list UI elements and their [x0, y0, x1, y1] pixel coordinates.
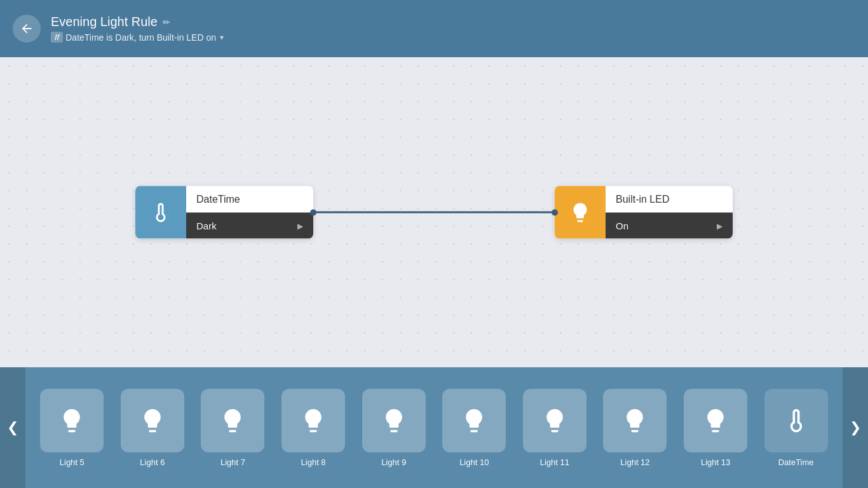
rule-title-row: Evening Light Rule ✏	[51, 15, 224, 29]
list-item[interactable]: Light 12	[603, 389, 667, 467]
list-item[interactable]: Light 11	[523, 389, 587, 467]
tray-item-icon	[201, 389, 264, 452]
bulb-icon	[569, 201, 592, 224]
action-node[interactable]: Built-in LED On ▶	[555, 186, 733, 239]
light-bulb-icon	[621, 407, 649, 435]
tray-item-icon	[684, 389, 747, 452]
tray-item-label: Light 8	[301, 458, 326, 467]
condition-node-icon	[135, 186, 186, 239]
tray-item-icon-datetime	[764, 389, 828, 452]
condition-node-content: DateTime Dark ▶	[186, 186, 313, 239]
tray-item-label: Light 6	[140, 458, 165, 467]
tray-item-icon	[40, 389, 104, 452]
list-item[interactable]: Light 7	[201, 389, 264, 467]
chevron-down-icon[interactable]: ▾	[220, 33, 224, 42]
light-bulb-icon	[58, 407, 86, 435]
datetime-icon	[149, 201, 172, 224]
light-bulb-icon	[541, 407, 569, 435]
tray-item-icon	[603, 389, 667, 452]
connector-dot-right	[552, 209, 558, 215]
action-node-icon	[555, 186, 606, 239]
light-bulb-icon	[702, 407, 729, 435]
rule-canvas: DateTime Dark ▶ Built-in	[0, 57, 868, 367]
if-badge: If	[51, 32, 63, 43]
condition-node-value[interactable]: Dark ▶	[186, 213, 313, 239]
tray-item-label: Light 9	[381, 458, 406, 467]
list-item[interactable]: DateTime	[764, 389, 828, 467]
action-node-title: Built-in LED	[606, 186, 733, 213]
tray-item-label: Light 5	[60, 458, 85, 467]
tray-item-label: Light 13	[701, 458, 730, 467]
back-button[interactable]	[13, 15, 41, 43]
light-bulb-icon	[219, 407, 247, 435]
list-item[interactable]: Light 10	[442, 389, 506, 467]
condition-node-title: DateTime	[186, 186, 313, 213]
action-node-content: Built-in LED On ▶	[606, 186, 733, 239]
nodes-container: DateTime Dark ▶ Built-in	[135, 186, 733, 239]
tray-items: Light 5 Light 6 Light 7 Light 8 Light 9	[25, 389, 843, 467]
connector	[313, 212, 555, 214]
tray-item-icon	[523, 389, 587, 452]
datetime-tray-icon	[782, 407, 810, 435]
rule-title: Evening Light Rule	[51, 15, 158, 29]
list-item[interactable]: Light 13	[684, 389, 747, 467]
tray-item-label: Light 7	[220, 458, 245, 467]
list-item[interactable]: Light 9	[362, 389, 426, 467]
connector-line	[313, 212, 555, 214]
device-tray: ❮ Light 5 Light 6 Light 7 Light 8	[0, 367, 868, 488]
action-value-arrow: ▶	[717, 221, 722, 230]
tray-item-label: Light 11	[540, 458, 569, 467]
list-item[interactable]: Light 5	[40, 389, 104, 467]
action-node-value[interactable]: On ▶	[606, 213, 733, 239]
list-item[interactable]: Light 8	[281, 389, 345, 467]
light-bulb-icon	[380, 407, 408, 435]
list-item[interactable]: Light 6	[121, 389, 184, 467]
light-bulb-icon	[460, 407, 488, 435]
tray-item-label: Light 12	[620, 458, 649, 467]
tray-prev-button[interactable]: ❮	[0, 367, 25, 488]
tray-next-button[interactable]: ❯	[843, 367, 868, 488]
edit-icon[interactable]: ✏	[163, 17, 170, 27]
condition-node[interactable]: DateTime Dark ▶	[135, 186, 313, 239]
connector-dot-left	[310, 209, 316, 215]
tray-item-icon	[281, 389, 345, 452]
tray-item-icon	[121, 389, 184, 452]
header: Evening Light Rule ✏ If DateTime is Dark…	[0, 0, 868, 57]
header-info: Evening Light Rule ✏ If DateTime is Dark…	[51, 15, 224, 43]
tray-item-label-datetime: DateTime	[778, 458, 814, 467]
tray-item-icon	[442, 389, 506, 452]
light-bulb-icon	[139, 407, 166, 435]
tray-item-label: Light 10	[459, 458, 489, 467]
light-bulb-icon	[299, 407, 327, 435]
rule-description-text: DateTime is Dark, turn Built-in LED on	[65, 32, 216, 43]
tray-item-icon	[362, 389, 426, 452]
condition-value-arrow: ▶	[297, 221, 303, 230]
rule-description: If DateTime is Dark, turn Built-in LED o…	[51, 32, 224, 43]
